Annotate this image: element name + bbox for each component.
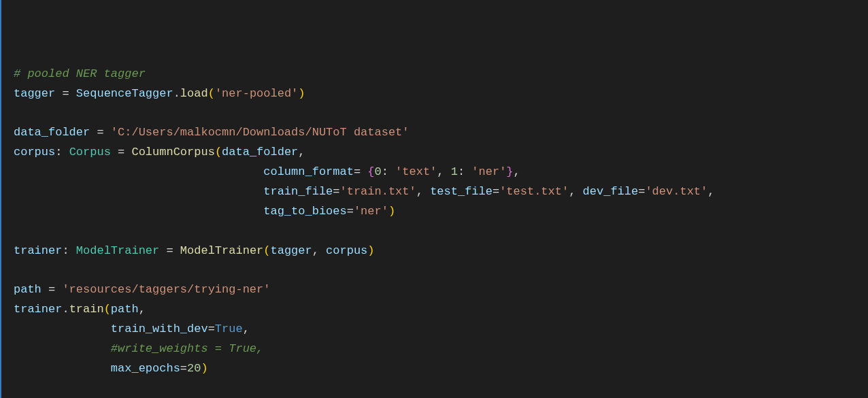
comment: # pooled NER tagger [14,67,146,80]
code-line [14,261,868,281]
code-editor[interactable]: # pooled NER taggertagger = SequenceTagg… [14,65,868,398]
code-line: # pooled NER tagger [14,65,868,84]
code-line: corpus: Corpus = ColumnCorpus(data_folde… [14,143,868,163]
code-line: trainer.train(path, [14,300,868,320]
code-line: train_file='train.txt', test_file='test.… [14,182,868,202]
code-line [14,103,868,123]
code-line [14,379,868,398]
code-line: column_format= {0: 'text', 1: 'ner'}, [14,163,868,182]
code-line: path = 'resources/taggers/trying-ner' [14,280,868,300]
code-line: train_with_dev=True, [14,320,868,339]
code-line: #write_weights = True, [14,339,868,359]
code-line: trainer: ModelTrainer = ModelTrainer(tag… [14,242,868,261]
code-line: tag_to_bioes='ner') [14,202,868,222]
code-line: max_epochs=20) [14,359,868,379]
code-line: tagger = SequenceTagger.load('ner-pooled… [14,84,868,104]
code-line: data_folder = 'C:/Users/malkocmn/Downloa… [14,123,868,143]
code-line [14,222,868,242]
